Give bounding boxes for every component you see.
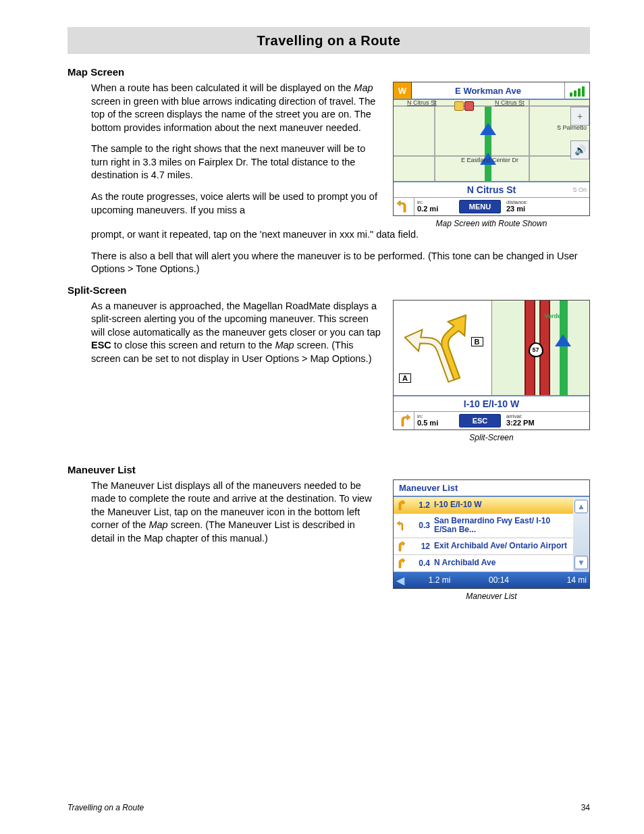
next-in-field[interactable]: in: 0.5 mi (414, 414, 458, 427)
heading-maneuver-list: Maneuver List (68, 464, 590, 475)
route-line (485, 107, 491, 181)
turn-ramp-icon[interactable] (394, 412, 414, 429)
turn-left-icon[interactable] (394, 198, 414, 215)
scroll-up-button[interactable]: ▲ (574, 500, 588, 513)
row-map-screen: When a route has been calculated it will… (68, 82, 590, 228)
callout-b: B (471, 337, 483, 346)
figure-map-screen: W E Workman Ave N Citr (393, 82, 590, 228)
street-label: N Citrus St (407, 100, 437, 106)
mlist-row[interactable]: 1.2 I-10 E/I-10 W (394, 497, 573, 514)
exit-icon (395, 541, 407, 552)
value: 23 mi (506, 205, 589, 213)
row-split-screen: As a maneuver is approached, the Magella… (68, 300, 590, 442)
esc-bold: ESC (91, 340, 111, 350)
sec1-p2: The sample to the right shows that the n… (91, 142, 381, 182)
caption: Split-Screen (393, 433, 590, 442)
mlist-distance: 0.4 (411, 558, 430, 568)
row-maneuver-list: The Maneuver List displays all of the ma… (68, 479, 590, 602)
map-bottom-bar: in: 0.2 mi MENU distance: 23 mi (394, 197, 589, 215)
col-text-2: As a maneuver is approached, the Magella… (68, 300, 381, 374)
mlist-row[interactable]: 12 Exit Archibald Ave/ Ontario Airport (394, 538, 573, 555)
heading-map-screen: Map Screen (68, 66, 590, 78)
direction-arrow-icon (480, 123, 496, 135)
figure-split-screen: A B Verde 57 I-10 E/I-10 W (393, 300, 590, 442)
mlist-distance: 1.2 (411, 500, 430, 510)
arrival-field[interactable]: arrival: 3:22 PM (502, 414, 589, 427)
page-footer: Travelling on a Route 34 (68, 803, 590, 812)
mlist-text: San Bernardino Fwy East/ I-10 E/San Be..… (434, 517, 572, 536)
footer-total: 14 mi (530, 575, 587, 585)
direction-arrow-icon (555, 334, 571, 346)
volume-button[interactable]: 🔊 (570, 140, 589, 159)
caption: Maneuver List (393, 592, 590, 601)
compass-indicator[interactable]: W (394, 82, 412, 99)
mlist-text: Exit Archibald Ave/ Ontario Airport (434, 542, 572, 551)
text: When a route has been calculated it will… (91, 82, 354, 93)
mlist-text: N Archibald Ave (434, 558, 572, 568)
sec2-p1: As a maneuver is approached, the Magella… (91, 300, 381, 366)
split-bottom-bar: in: 0.5 mi ESC arrival: 3:22 PM (394, 411, 589, 429)
caption: Map Screen with Route Shown (393, 219, 590, 228)
footer-time: 00:14 (471, 575, 527, 585)
menu-button[interactable]: MENU (459, 200, 501, 213)
next-street-side: S On (572, 186, 587, 193)
col-text-3: The Maneuver List displays all of the ma… (68, 479, 381, 554)
mlist-distance: 12 (411, 542, 430, 551)
map-italic: Map (149, 519, 167, 530)
big-ramp-arrow-icon (396, 303, 492, 401)
sec1-p3-part: As the route progresses, voice alerts wi… (91, 190, 381, 217)
highway-shield-icon: 57 (529, 342, 543, 357)
text: screen in green with blue arrows indicat… (91, 96, 375, 133)
map-italic: Map (354, 82, 373, 93)
street-label: N Citrus St (495, 100, 525, 106)
maneuver-list-device: Maneuver List 1.2 I-10 E/I-10 W 0.3 (393, 479, 590, 590)
value: 3:22 PM (506, 419, 589, 427)
mlist-footer: ◀ 1.2 mi 00:14 14 mi (394, 572, 589, 588)
sec1-p3-wrap: prompt, or want it repeated, tap on the … (91, 228, 590, 242)
map-screen-device: W E Workman Ave N Citr (393, 82, 590, 216)
manual-page: Travelling on a Route Map Screen When a … (0, 0, 644, 834)
split-right-pane[interactable]: Verde 57 (492, 301, 590, 395)
turn-left-icon (395, 520, 407, 531)
map-top-bar: W E Workman Ave (394, 82, 589, 100)
zoom-in-button[interactable]: + (570, 107, 589, 126)
mlist-title: Maneuver List (394, 480, 589, 497)
scroll-down-button[interactable]: ▼ (574, 556, 588, 569)
page-number: 34 (581, 803, 590, 812)
text: to close this screen and return to the (111, 340, 275, 350)
gps-signal-icon (564, 82, 589, 99)
split-screen-device: A B Verde 57 I-10 E/I-10 W (393, 300, 590, 430)
next-in-field[interactable]: in: 0.2 mi (414, 200, 458, 213)
footer-dist: 1.2 mi (411, 575, 468, 585)
split-top: A B Verde 57 (394, 301, 589, 395)
value: 0.2 mi (417, 205, 458, 213)
street-label: Verde (545, 313, 562, 319)
sec3-p1: The Maneuver List displays all of the ma… (91, 479, 381, 546)
back-button[interactable]: ◀ (396, 574, 408, 587)
sec1-p4: There is also a bell that will alert you… (91, 250, 590, 276)
value: 0.5 mi (417, 419, 458, 427)
esc-button[interactable]: ESC (459, 414, 501, 427)
next-street: N Citrus St (467, 184, 516, 195)
page-title: Travelling on a Route (257, 33, 401, 49)
street-label: E Eastland Center Dr (461, 157, 518, 163)
mlist-rows: 1.2 I-10 E/I-10 W 0.3 San Bernardino Fwy… (394, 497, 573, 573)
map-canvas[interactable]: N Citrus St N Citrus St S Palmetto E Eas… (394, 100, 589, 181)
current-street[interactable]: E Workman Ave (412, 82, 564, 99)
page-title-bar: Travelling on a Route (68, 27, 590, 54)
figure-maneuver-list: Maneuver List 1.2 I-10 E/I-10 W 0.3 (393, 479, 590, 602)
mlist-text: I-10 E/I-10 W (434, 500, 572, 510)
mlist-row[interactable]: 0.3 San Bernardino Fwy East/ I-10 E/San … (394, 514, 573, 539)
heading-split-screen: Split-Screen (68, 284, 590, 296)
distance-field[interactable]: distance: 23 mi (502, 200, 589, 213)
poi-icon[interactable] (454, 101, 464, 111)
next-street-bar[interactable]: N Citrus St S On (394, 181, 589, 197)
ramp-right-icon (395, 558, 407, 569)
split-left-pane[interactable]: A B (394, 301, 492, 395)
mlist-distance: 0.3 (411, 521, 430, 530)
col-text-1: When a route has been calculated it will… (68, 82, 381, 217)
footer-title: Travelling on a Route (68, 803, 144, 812)
mlist-row[interactable]: 0.4 N Archibald Ave (394, 555, 573, 572)
map-italic: Map (275, 340, 294, 350)
poi-icon[interactable] (464, 101, 474, 111)
